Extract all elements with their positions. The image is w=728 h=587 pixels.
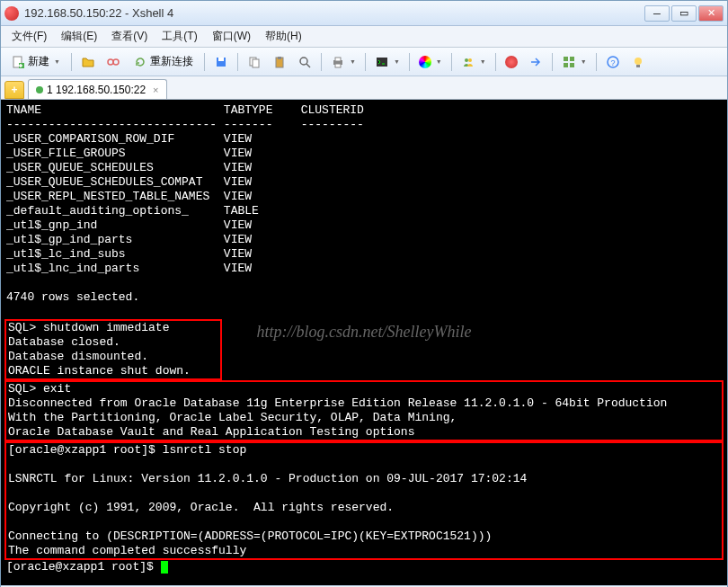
menu-help[interactable]: 帮助(H) [258,27,309,46]
separator [71,53,72,71]
tab-label: 1 192.168.50.150:22 [47,84,146,96]
terminal-line [6,458,722,472]
new-tab-button[interactable]: + [4,81,24,99]
svg-rect-20 [570,63,574,67]
xftp-button[interactable] [524,51,547,73]
tile-button[interactable]: ▼ [557,51,591,73]
prompt-line: [oracle@xzapp1 root]$ [6,560,722,574]
reconnect-button[interactable]: 重新连接 [127,51,200,73]
table-row: _default_auditing_options_ TABLE [6,204,722,218]
open-button[interactable] [76,51,100,73]
terminal-line: SQL> exit [6,382,722,396]
terminal-pane[interactable]: http://blog.csdn.net/ShelleyWhile TNAME … [1,100,727,585]
menu-file[interactable]: 文件(F) [4,27,54,46]
grid-icon [562,55,576,69]
color-button[interactable]: ▼ [414,51,447,73]
svg-rect-24 [636,65,640,67]
svg-rect-18 [570,57,574,61]
toolbar: 新建 ▼ 重新连接 ▼ ▼ ▼ ▼ ▼ ? [1,48,727,76]
arrow-right-icon [528,55,543,69]
connect-button[interactable] [102,51,125,73]
paste-icon [272,55,287,69]
light-button[interactable] [626,51,650,73]
menu-window[interactable]: 窗口(W) [205,27,258,46]
svg-rect-17 [564,57,568,61]
separator [204,53,205,71]
svg-rect-13 [335,64,341,67]
terminal-line: Disconnected from Oracle Database 11g En… [6,396,722,411]
separator [596,53,597,71]
window-title: 192.168.50.150:22 - Xshell 4 [24,6,644,20]
separator [365,53,366,71]
menu-edit[interactable]: 编辑(E) [54,27,104,46]
separator [451,53,452,71]
status-dot-icon [36,86,43,93]
xshell-button[interactable] [501,51,522,73]
window-controls: ─ ▭ ✕ [644,5,724,22]
separator [495,53,496,71]
refresh-icon [133,55,147,69]
table-row: _utl$_gnp_ind VIEW [6,218,722,233]
svg-rect-7 [253,59,259,67]
new-file-icon [11,55,25,69]
svg-point-3 [113,59,119,65]
svg-rect-9 [278,57,281,59]
svg-point-15 [465,58,468,62]
table-row: _USER_COMPARISON_ROW_DIF VIEW [6,132,722,147]
copy-icon [247,55,262,69]
session-tab[interactable]: 1 192.168.50.150:22 × [28,79,167,99]
highlight-box-2: SQL> exitDisconnected from Oracle Databa… [4,380,724,441]
highlight-box-3: [oracle@xzapp1 root]$ lsnrctl stop LSNRC… [4,441,724,560]
paste-button[interactable] [268,51,291,73]
svg-rect-14 [377,58,387,67]
color-wheel-icon [419,56,431,68]
terminal-line: LSNRCTL for Linux: Version 11.2.0.1.0 - … [6,472,722,486]
close-button[interactable]: ✕ [698,5,724,22]
terminal-line: SQL> shutdown immediate [6,321,220,335]
save-button[interactable] [209,51,233,73]
xshell-icon [505,56,518,68]
terminal-button[interactable]: ▼ [370,51,404,73]
tab-close-button[interactable]: × [153,84,158,95]
terminal-line: Copyright (c) 1991, 2009, Oracle. All ri… [6,501,722,515]
reconnect-label: 重新连接 [150,54,193,69]
svg-point-2 [108,59,113,65]
svg-rect-5 [218,58,224,61]
blank-line [6,276,722,290]
terminal-line: ORACLE instance shut down. [6,364,220,378]
separator [321,53,322,71]
minimize-button[interactable]: ─ [644,5,670,22]
summary-line: 4740 rows selected. [6,290,722,305]
svg-point-23 [635,58,642,65]
blank-line [6,305,722,319]
find-button[interactable] [293,51,316,73]
chevron-down-icon: ▼ [581,58,587,65]
print-button[interactable]: ▼ [326,51,360,73]
menu-view[interactable]: 查看(V) [104,27,155,46]
maximize-button[interactable]: ▭ [671,5,697,22]
table-row: _USER_REPL_NESTED_TABLE_NAMES VIEW [6,190,722,204]
terminal-line: [oracle@xzapp1 root]$ lsnrctl stop [6,443,722,458]
table-divider: ------------------------------ ------- -… [6,118,722,132]
help-button[interactable]: ? [601,51,625,73]
users-icon [461,55,475,69]
tabbar: + 1 192.168.50.150:22 × [1,76,727,100]
chevron-down-icon: ▼ [54,58,60,65]
separator [552,53,553,71]
save-icon [214,55,228,69]
terminal-line: Database closed. [6,335,220,350]
titlebar: 192.168.50.150:22 - Xshell 4 ─ ▭ ✕ [1,1,727,26]
menubar: 文件(F) 编辑(E) 查看(V) 工具(T) 窗口(W) 帮助(H) [1,26,727,48]
users-button[interactable]: ▼ [457,51,491,73]
table-row: _utl$_gp_ind_parts VIEW [6,233,722,247]
copy-button[interactable] [243,51,266,73]
chevron-down-icon: ▼ [394,58,400,65]
svg-rect-19 [564,63,568,67]
help-icon: ? [606,55,620,69]
new-session-label: 新建 [28,54,49,69]
link-icon [106,55,120,69]
new-session-button[interactable]: 新建 ▼ [4,51,67,73]
terminal-line: The command completed successfully [6,544,722,558]
separator [409,53,410,71]
menu-tools[interactable]: 工具(T) [155,27,204,46]
